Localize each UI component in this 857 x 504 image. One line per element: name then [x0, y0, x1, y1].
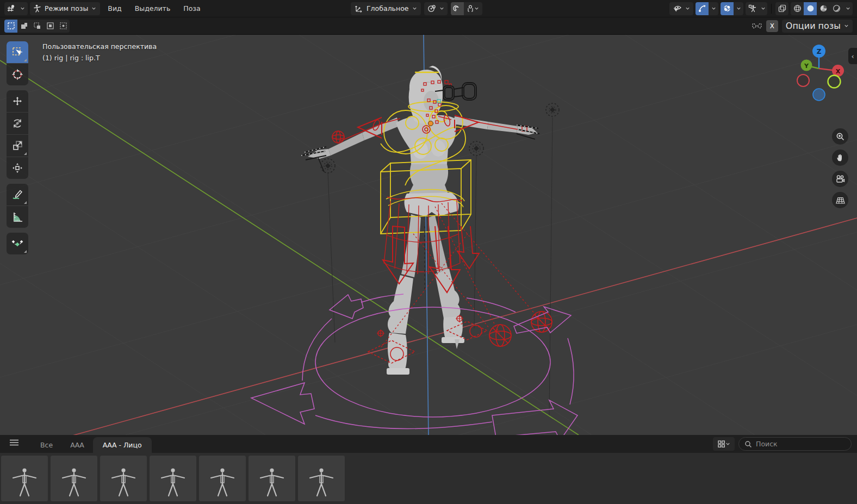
- chevron-down-icon: [91, 6, 96, 11]
- pose-asset-thumbnail[interactable]: [249, 456, 295, 501]
- pose-figure-icon: [58, 463, 90, 501]
- tab-aaa[interactable]: ААА: [61, 437, 93, 453]
- tool-select-box[interactable]: [7, 41, 28, 63]
- armature-xray-dropdown[interactable]: [759, 2, 767, 15]
- pose-asset-thumbnail[interactable]: [298, 456, 345, 501]
- select-mode-intersect[interactable]: [57, 20, 70, 33]
- asset-catalog-tabs: Все ААА ААА - Лицо: [32, 435, 152, 453]
- mirror-x-toggle[interactable]: X: [766, 20, 778, 32]
- search-input[interactable]: [756, 440, 837, 448]
- blender-window: Режим позы Вид Выделить Поза Глобальное: [0, 0, 857, 504]
- pose-figure-icon: [9, 463, 40, 501]
- pose-asset-thumbnail[interactable]: [100, 456, 147, 501]
- root-bone-widget[interactable]: [251, 294, 577, 435]
- display-mode-dropdown[interactable]: [713, 437, 735, 451]
- pose-figure-icon: [306, 463, 337, 501]
- tab-all[interactable]: Все: [32, 437, 61, 453]
- tool-measure[interactable]: [7, 206, 28, 228]
- zoom-button[interactable]: [832, 128, 848, 145]
- pose-asset-thumbnail[interactable]: [1, 456, 48, 501]
- tool-transform[interactable]: [7, 157, 28, 179]
- pose-asset-thumbnail[interactable]: [150, 456, 196, 501]
- transform-orientation-dropdown[interactable]: Глобальное: [351, 2, 421, 15]
- object-visibility-dropdown[interactable]: [669, 2, 693, 15]
- editor-type-icon: [7, 4, 17, 13]
- orientation-label: Глобальное: [367, 4, 409, 13]
- select-mode-subtract[interactable]: [30, 20, 44, 33]
- pose-figure-icon: [256, 463, 288, 501]
- mode-selector[interactable]: Режим позы: [30, 2, 100, 15]
- mode-label: Режим позы: [45, 4, 88, 13]
- chevron-down-icon: [711, 6, 716, 11]
- chevron-down-icon: [412, 6, 417, 11]
- pivot-point-dropdown[interactable]: [424, 2, 448, 15]
- select-invert-icon: [46, 22, 54, 30]
- shading-material-button[interactable]: [817, 2, 830, 15]
- viewport-header: Режим позы Вид Выделить Поза Глобальное: [0, 0, 857, 17]
- show-overlays-toggle[interactable]: [721, 2, 734, 15]
- snap-target-icon: [467, 5, 474, 13]
- camera-view-button[interactable]: [832, 171, 848, 187]
- gizmo-neg-x-ball[interactable]: [797, 74, 809, 86]
- tool-move[interactable]: [7, 90, 28, 112]
- pose-options-dropdown[interactable]: Опции позы: [782, 20, 853, 33]
- editor-type-button[interactable]: [4, 2, 28, 15]
- shading-solid-button[interactable]: [804, 2, 817, 15]
- pose-asset-thumbnail[interactable]: [51, 456, 97, 501]
- tool-cursor[interactable]: [7, 64, 28, 85]
- menu-select[interactable]: Выделить: [129, 4, 176, 13]
- xray-icon: [778, 4, 786, 13]
- tool-pose-breakdowner[interactable]: [7, 233, 28, 254]
- svg-text:Z: Z: [817, 48, 822, 55]
- tool-annotate[interactable]: [7, 184, 28, 206]
- asset-search-field[interactable]: [738, 437, 852, 451]
- select-set-icon: [7, 22, 15, 30]
- menu-view[interactable]: Вид: [102, 4, 127, 13]
- tool-settings-bar: X Опции позы: [0, 17, 857, 35]
- tab-aaa-face[interactable]: ААА - Лицо: [93, 437, 152, 453]
- pivot-point-icon: [427, 4, 436, 13]
- search-icon: [744, 440, 752, 448]
- select-subtract-icon: [33, 22, 41, 30]
- tool-scale[interactable]: [7, 135, 28, 157]
- chevron-down-icon: [844, 23, 849, 28]
- y-axis-line: [0, 60, 579, 435]
- ortho-toggle-button[interactable]: [832, 192, 848, 208]
- chevron-down-icon: [725, 441, 730, 446]
- navigation-gizmo[interactable]: Z Y X: [791, 40, 845, 101]
- object-origin-dot[interactable]: [428, 121, 433, 126]
- tool-rotate[interactable]: [7, 113, 28, 134]
- snap-toggle[interactable]: [451, 2, 464, 15]
- gizmo-icon: [698, 4, 706, 13]
- gizmo-neg-z-ball[interactable]: [813, 89, 825, 101]
- gizmo-neg-y-ball[interactable]: [828, 76, 841, 88]
- viewport-nav-buttons: [832, 128, 848, 208]
- mirror-butterfly-icon: [752, 21, 762, 31]
- armature-xray-toggle[interactable]: [746, 2, 759, 15]
- eye-cursor-icon: [673, 5, 682, 13]
- gizmo-dropdown[interactable]: [709, 2, 718, 15]
- select-mode-invert[interactable]: [44, 20, 57, 33]
- asset-shelf-menu-button[interactable]: [9, 438, 20, 449]
- shading-dropdown[interactable]: [843, 2, 853, 15]
- svg-text:X: X: [836, 68, 841, 75]
- 3d-viewport[interactable]: Пользовательская перспектива (1) rig | r…: [0, 35, 857, 435]
- chevron-down-icon: [439, 6, 444, 11]
- chevron-down-icon: [761, 6, 766, 11]
- pose-figure-icon: [157, 463, 189, 501]
- sidebar-collapse-arrow[interactable]: ‹: [848, 48, 857, 64]
- pan-button[interactable]: [832, 150, 848, 166]
- shading-wireframe-button[interactable]: [791, 2, 804, 15]
- menu-pose[interactable]: Поза: [178, 4, 206, 13]
- toggle-xray-button[interactable]: [775, 2, 788, 15]
- overlays-icon: [723, 4, 731, 13]
- pose-asset-thumbnail[interactable]: [199, 456, 246, 501]
- grid-view-icon: [717, 440, 725, 448]
- overlays-dropdown[interactable]: [734, 2, 743, 15]
- show-gizmo-toggle[interactable]: [695, 2, 709, 15]
- select-mode-extend[interactable]: [17, 20, 30, 33]
- shading-rendered-button[interactable]: [830, 2, 843, 15]
- select-mode-set[interactable]: [4, 20, 17, 33]
- material-sphere-icon: [819, 4, 828, 13]
- snap-with-dropdown[interactable]: [464, 2, 482, 15]
